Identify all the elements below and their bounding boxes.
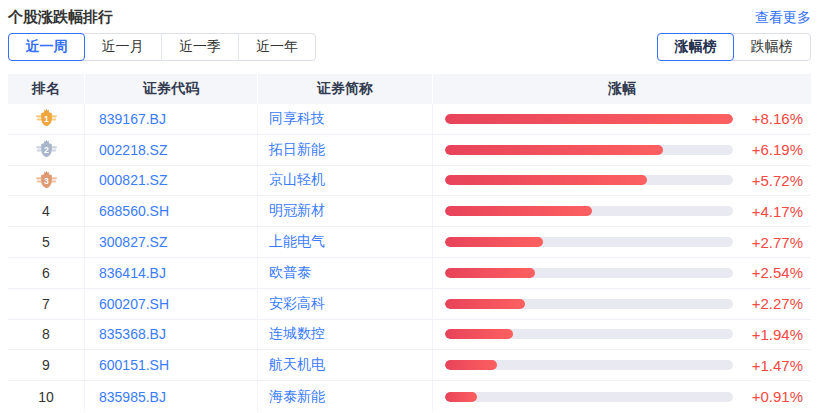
- stock-code-link[interactable]: 000821.SZ: [85, 166, 258, 196]
- change-percent: +2.27%: [745, 295, 803, 312]
- table-row[interactable]: 3 000821.SZ 京山轻机 +5.72%: [8, 166, 811, 197]
- stock-code-link[interactable]: 835985.BJ: [85, 381, 258, 412]
- change-bar: [445, 329, 513, 339]
- board-tab-1[interactable]: 跌幅榜: [733, 34, 810, 60]
- stock-ranking-widget: 个股涨跌幅排行 查看更多 近一周近一月近一季近一年 涨幅榜跌幅榜 排名 证券代码…: [0, 0, 819, 413]
- table-row[interactable]: 6 836414.BJ 欧普泰 +2.54%: [8, 258, 811, 289]
- change-cell: +4.17%: [433, 196, 811, 226]
- change-percent: +4.17%: [745, 203, 803, 220]
- change-percent: +8.16%: [745, 110, 803, 127]
- table-row[interactable]: 1 839167.BJ 同享科技 +8.16%: [8, 104, 811, 135]
- rank-cell: 2: [8, 135, 85, 165]
- period-tab-2[interactable]: 近一季: [161, 34, 238, 60]
- stock-name-link[interactable]: 拓日新能: [258, 135, 433, 165]
- rank-medal-silver-icon: 2: [35, 139, 58, 160]
- change-bar-track: [445, 360, 733, 370]
- stock-name-link[interactable]: 安彩高科: [258, 289, 433, 319]
- view-more-link[interactable]: 查看更多: [755, 9, 811, 27]
- rank-cell: 6: [8, 258, 85, 288]
- column-header-name: 证券简称: [258, 74, 433, 104]
- table-body: 1 839167.BJ 同享科技 +8.16% 2 002218.SZ 拓日新能…: [8, 104, 811, 412]
- table-row[interactable]: 10 835985.BJ 海泰新能 +0.91%: [8, 381, 811, 412]
- column-header-change: 涨幅: [433, 74, 811, 104]
- change-cell: +5.72%: [433, 166, 811, 196]
- change-percent: +6.19%: [745, 141, 803, 158]
- change-bar-track: [445, 145, 733, 155]
- change-percent: +2.77%: [745, 234, 803, 251]
- stock-name-link[interactable]: 航天机电: [258, 350, 433, 380]
- page-title: 个股涨跌幅排行: [8, 8, 113, 27]
- rank-number: 9: [42, 357, 50, 373]
- period-tab-group: 近一周近一月近一季近一年: [8, 33, 316, 61]
- svg-text:2: 2: [44, 145, 49, 155]
- stock-code-link[interactable]: 300827.SZ: [85, 227, 258, 257]
- stock-name-link[interactable]: 明冠新材: [258, 196, 433, 226]
- change-bar-track: [445, 329, 733, 339]
- table-row[interactable]: 9 600151.SH 航天机电 +1.47%: [8, 350, 811, 381]
- rank-number: 4: [42, 203, 50, 219]
- rank-cell: 3: [8, 166, 85, 196]
- rank-cell: 7: [8, 289, 85, 319]
- rank-medal-gold-icon: 1: [35, 108, 58, 129]
- column-header-code: 证券代码: [85, 74, 258, 104]
- period-tab-1[interactable]: 近一月: [84, 34, 161, 60]
- rank-number: 6: [42, 265, 50, 281]
- stock-name-link[interactable]: 连城数控: [258, 320, 433, 350]
- stock-name-link[interactable]: 京山轻机: [258, 166, 433, 196]
- table-row[interactable]: 2 002218.SZ 拓日新能 +6.19%: [8, 135, 811, 166]
- stock-name-link[interactable]: 海泰新能: [258, 381, 433, 412]
- table-header-row: 排名 证券代码 证券简称 涨幅: [8, 74, 811, 104]
- widget-header: 个股涨跌幅排行 查看更多: [8, 0, 811, 26]
- change-cell: +2.27%: [433, 289, 811, 319]
- change-bar: [445, 237, 543, 247]
- stock-code-link[interactable]: 002218.SZ: [85, 135, 258, 165]
- change-cell: +1.94%: [433, 320, 811, 350]
- table-row[interactable]: 5 300827.SZ 上能电气 +2.77%: [8, 227, 811, 258]
- stock-code-link[interactable]: 836414.BJ: [85, 258, 258, 288]
- table-row[interactable]: 8 835368.BJ 连城数控 +1.94%: [8, 320, 811, 351]
- change-percent: +2.54%: [745, 264, 803, 281]
- change-percent: +1.94%: [745, 326, 803, 343]
- change-percent: +1.47%: [745, 357, 803, 374]
- rank-cell: 4: [8, 196, 85, 226]
- table-row[interactable]: 7 600207.SH 安彩高科 +2.27%: [8, 289, 811, 320]
- change-bar-track: [445, 237, 733, 247]
- period-tab-3[interactable]: 近一年: [238, 34, 315, 60]
- stock-name-link[interactable]: 上能电气: [258, 227, 433, 257]
- tabs-row: 近一周近一月近一季近一年 涨幅榜跌幅榜: [8, 33, 811, 61]
- rank-cell: 10: [8, 381, 85, 412]
- rank-cell: 9: [8, 350, 85, 380]
- table-row[interactable]: 4 688560.SH 明冠新材 +4.17%: [8, 196, 811, 227]
- change-cell: +2.77%: [433, 227, 811, 257]
- change-bar: [445, 268, 535, 278]
- change-cell: +1.47%: [433, 350, 811, 380]
- rank-number: 8: [42, 326, 50, 342]
- change-bar: [445, 145, 663, 155]
- board-tab-group: 涨幅榜跌幅榜: [657, 33, 811, 61]
- change-bar: [445, 114, 733, 124]
- period-tab-0[interactable]: 近一周: [8, 33, 85, 61]
- change-bar-track: [445, 268, 733, 278]
- stock-code-link[interactable]: 600151.SH: [85, 350, 258, 380]
- stock-name-link[interactable]: 同享科技: [258, 104, 433, 134]
- stock-code-link[interactable]: 835368.BJ: [85, 320, 258, 350]
- stock-code-link[interactable]: 839167.BJ: [85, 104, 258, 134]
- change-percent: +0.91%: [745, 388, 803, 405]
- rank-cell: 5: [8, 227, 85, 257]
- stock-code-link[interactable]: 688560.SH: [85, 196, 258, 226]
- stock-code-link[interactable]: 600207.SH: [85, 289, 258, 319]
- change-cell: +6.19%: [433, 135, 811, 165]
- change-percent: +5.72%: [745, 172, 803, 189]
- change-bar-track: [445, 206, 733, 216]
- rank-number: 5: [42, 234, 50, 250]
- svg-text:3: 3: [44, 176, 49, 186]
- change-bar: [445, 206, 592, 216]
- change-bar: [445, 299, 525, 309]
- rank-cell: 1: [8, 104, 85, 134]
- change-bar-track: [445, 175, 733, 185]
- change-bar: [445, 392, 477, 402]
- stock-name-link[interactable]: 欧普泰: [258, 258, 433, 288]
- change-bar: [445, 175, 647, 185]
- svg-text:1: 1: [44, 114, 49, 124]
- board-tab-0[interactable]: 涨幅榜: [657, 33, 734, 61]
